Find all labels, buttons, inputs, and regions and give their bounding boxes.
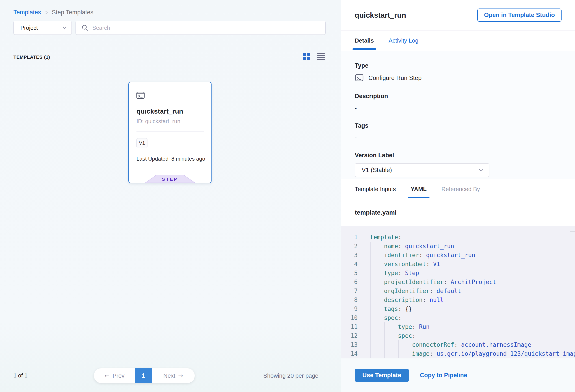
pagination-control: ← Prev 1 Next →: [94, 368, 195, 383]
updated-label: Last Updated: [137, 156, 168, 162]
tags-label: Tags: [355, 122, 562, 129]
search-input[interactable]: [92, 25, 320, 31]
yaml-line: 7orgIdentifier: default: [341, 286, 575, 296]
type-label: Type: [355, 62, 562, 69]
breadcrumb-chevron-icon: [44, 10, 49, 15]
version-badge: V1: [137, 138, 147, 148]
prev-page-button[interactable]: ← Prev: [94, 368, 135, 383]
details-body: Type Configure Run Step Description - Ta…: [341, 51, 575, 179]
yaml-line: 3identifier: quickstart_run: [341, 251, 575, 260]
card-title: quickstart_run: [137, 108, 183, 115]
details-header: quickstart_run Open in Template Studio: [341, 0, 575, 30]
next-page-button[interactable]: Next →: [152, 368, 195, 383]
yaml-line: 11type: Run: [341, 322, 575, 331]
description-value: -: [355, 105, 562, 112]
type-value: Configure Run Step: [368, 75, 422, 82]
yaml-code: 1template:2name: quickstart_run3identifi…: [341, 226, 575, 358]
tab-template-inputs[interactable]: Template Inputs: [355, 179, 396, 199]
step-type-badge: STEP: [145, 175, 195, 183]
tab-referenced-by[interactable]: Referenced By: [441, 179, 480, 199]
yaml-line: 9tags: {}: [341, 304, 575, 313]
yaml-line: 5type: Step: [341, 269, 575, 277]
breadcrumb-templates-link[interactable]: Templates: [13, 9, 41, 16]
templates-page: Templates Step Templates Project TEMPLAT…: [0, 0, 575, 392]
use-template-button[interactable]: Use Template: [355, 369, 409, 382]
right-arrow-icon: →: [178, 372, 183, 379]
version-label: Version Label: [355, 152, 562, 159]
card-updated: Last Updated 8 minutes ago: [137, 156, 205, 162]
yaml-line: 2name: quickstart_run: [341, 242, 575, 251]
yaml-line: 4versionLabel: V1: [341, 260, 575, 269]
templates-count-heading: TEMPLATES (1): [13, 54, 50, 60]
search-icon: [82, 24, 88, 31]
version-select[interactable]: V1 (Stable): [355, 163, 489, 177]
left-arrow-icon: ←: [105, 372, 110, 379]
yaml-filename: template.yaml: [341, 199, 575, 226]
panel-title: quickstart_run: [355, 11, 406, 20]
chevron-down-icon: [62, 25, 67, 30]
yaml-line: 8description: null: [341, 296, 575, 304]
version-select-value: V1 (Stable): [362, 167, 392, 174]
tab-yaml[interactable]: YAML: [411, 179, 427, 199]
details-footer: Use Template Copy to Pipeline: [341, 358, 575, 392]
yaml-line: 1template:: [341, 233, 575, 242]
scope-select[interactable]: Project: [13, 21, 72, 35]
template-card[interactable]: quickstart_run ID: quickstart_run V1 Las…: [128, 82, 212, 183]
yaml-tabs: Template Inputs YAML Referenced By: [341, 179, 575, 199]
card-id: ID: quickstart_run: [137, 118, 180, 125]
per-page-label: Showing 20 per page: [263, 372, 318, 379]
yaml-line: 10spec:: [341, 313, 575, 322]
yaml-line: 6projectIdentifier: ArchitProject: [341, 277, 575, 286]
yaml-line: 12spec:: [341, 331, 575, 340]
list-view-icon[interactable]: [317, 53, 325, 60]
template-details-panel: quickstart_run Open in Template Studio D…: [341, 0, 575, 392]
details-tabs: Details Activity Log: [341, 30, 575, 51]
type-value-row: Configure Run Step: [355, 73, 562, 83]
scope-select-value: Project: [20, 25, 38, 31]
page-number-button[interactable]: 1: [135, 368, 152, 383]
open-in-template-studio-button[interactable]: Open in Template Studio: [477, 8, 562, 22]
description-label: Description: [355, 93, 562, 100]
yaml-line: 14image: us.gcr.io/playground-123/quicks…: [341, 349, 575, 358]
updated-value: 8 minutes ago: [171, 156, 205, 162]
step-badge-label: STEP: [145, 175, 195, 183]
yaml-editor[interactable]: 1template:2name: quickstart_run3identifi…: [341, 226, 575, 358]
breadcrumb: Templates Step Templates: [13, 9, 94, 16]
tab-activity-log[interactable]: Activity Log: [388, 30, 418, 51]
search-box: [75, 21, 326, 35]
breadcrumb-current: Step Templates: [52, 9, 94, 16]
page-summary: 1 of 1: [13, 372, 27, 379]
tags-value: -: [355, 134, 562, 141]
run-step-terminal-icon: [355, 73, 364, 83]
copy-to-pipeline-link[interactable]: Copy to Pipeline: [420, 372, 467, 379]
yaml-line: 13connectorRef: account.harnessImage: [341, 340, 575, 349]
tab-details[interactable]: Details: [355, 30, 374, 51]
card-divider: [137, 132, 204, 132]
grid-view-icon[interactable]: [303, 53, 310, 60]
run-step-terminal-icon: [136, 91, 145, 101]
template-list-panel: Templates Step Templates Project TEMPLAT…: [0, 0, 341, 392]
view-toggles: [303, 53, 325, 60]
chevron-down-icon: [479, 167, 484, 173]
